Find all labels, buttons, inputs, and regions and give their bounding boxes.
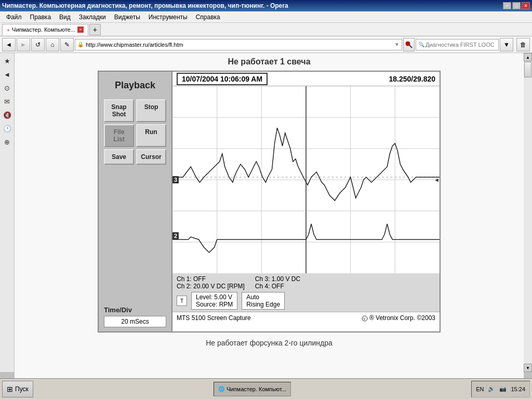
sidebar-btn-add[interactable]: ⊕ xyxy=(2,136,13,148)
brand-copyright: V ® Vetronix Corp. ©2003 xyxy=(362,314,435,322)
save-button[interactable]: Save xyxy=(104,149,134,165)
scrollbar[interactable]: ▲ ▼ xyxy=(524,53,532,372)
menu-view[interactable]: Вид xyxy=(55,12,75,22)
channel-info: Ch 1: OFF Ch 2: 20.00 V DC [RPM] Ch 3: 1… xyxy=(177,275,435,290)
control-panel: Playback Snap Shot Stop File List Run Sa… xyxy=(99,72,171,331)
menu-widgets[interactable]: Виджеты xyxy=(110,12,144,22)
oscilloscope-waveform xyxy=(172,86,440,273)
trigger-details: Level: 5.00 V Source: RPM xyxy=(191,292,237,310)
close-button[interactable]: × xyxy=(522,2,530,9)
file-list-button[interactable]: File List xyxy=(104,124,134,147)
time-div-label: Time/Div xyxy=(104,306,166,314)
ch3-info: Ch 3: 1.00 V DC Ch 4: OFF xyxy=(255,275,300,290)
trigger-source: Source: RPM xyxy=(196,301,233,308)
title-bar: Чипмастер. Компьютерная диагностика, рем… xyxy=(0,0,532,11)
tab-bar: ● Чипмастер. Компьюте... × + xyxy=(0,23,532,36)
svg-point-0 xyxy=(406,42,410,46)
page-title: Не работает 1 свеча xyxy=(15,57,524,66)
sidebar-btn-mute[interactable]: 🔇 xyxy=(2,109,13,121)
menu-help[interactable]: Справка xyxy=(192,12,224,22)
tray-volume-icon[interactable]: 🔊 xyxy=(488,385,495,392)
tab-close-button[interactable]: × xyxy=(77,26,84,33)
window-title: Чипмастер. Компьютерная диагностика, рем… xyxy=(2,2,288,9)
scope-inner: Playback Snap Shot Stop File List Run Sa… xyxy=(99,72,440,331)
nav-bar: ◄ ► ↺ ⌂ ✎ 🔒 ▼ 🔍 ▼ 🗑 xyxy=(0,36,532,53)
ch1-info: Ch 1: OFF Ch 2: 20.00 V DC [RPM] xyxy=(177,275,245,290)
scroll-down-button[interactable]: ▼ xyxy=(524,364,532,372)
sidebar-btn-radio[interactable]: ⊙ xyxy=(2,82,13,94)
time-div-section: Time/Div 20 mSecs xyxy=(104,306,166,327)
sidebar-btn-back[interactable]: ◄ xyxy=(2,69,13,80)
start-button[interactable]: ⊞ Пуск xyxy=(2,381,33,397)
taskbar-items: 🌐 Чипмастер. Компьют... xyxy=(214,382,291,396)
tray-lang: EN xyxy=(476,386,484,392)
status-bar: ⊞ Пуск 🌐 Чипмастер. Компьют... EN 🔊 📷 15… xyxy=(0,378,532,399)
time-div-value: 20 mSecs xyxy=(104,316,166,327)
bottom-text: Не работает форсунка 2-го цилиндра xyxy=(15,339,524,347)
scope-timestamp: 10/07/2004 10:06:09 AM xyxy=(177,73,268,85)
scroll-thumb[interactable] xyxy=(524,62,531,77)
trigger-level: Level: 5.00 V xyxy=(196,294,233,301)
svg-text:V: V xyxy=(363,317,366,321)
marker-2: 2 xyxy=(172,232,179,240)
forward-button[interactable]: ► xyxy=(17,38,30,51)
trigger-info: T Level: 5.00 V Source: RPM Auto Rising … xyxy=(177,292,435,310)
address-input[interactable] xyxy=(86,42,392,48)
sidebar-btn-mail[interactable]: ✉ xyxy=(2,96,13,107)
snap-shot-button[interactable]: Snap Shot xyxy=(104,99,134,122)
start-label: Пуск xyxy=(15,385,29,393)
menu-tools[interactable]: Инструменты xyxy=(144,12,192,22)
scope-header: 10/07/2004 10:06:09 AM 18.250/29.820 xyxy=(172,72,440,86)
scope-brand: MTS 5100 Screen Capture V ® Vetronix Cor… xyxy=(172,312,440,324)
cursor-button[interactable]: Cursor xyxy=(136,149,166,165)
sidebar-btn-star[interactable]: ★ xyxy=(2,55,13,66)
tray-camera-icon[interactable]: 📷 xyxy=(499,385,507,392)
system-tray: EN 🔊 📷 15:24 xyxy=(471,381,530,397)
scope-footer: Ch 1: OFF Ch 2: 20.00 V DC [RPM] Ch 3: 1… xyxy=(172,273,440,312)
scope-display: 10/07/2004 10:06:09 AM 18.250/29.820 3 ◄… xyxy=(171,72,440,331)
marker-arrow: ◄ xyxy=(434,177,440,183)
trash-button[interactable]: 🗑 xyxy=(516,38,530,51)
taskbar-item-label: Чипмастер. Компьют... xyxy=(227,386,286,392)
menu-edit[interactable]: Правка xyxy=(26,12,56,22)
scope-canvas-area: 3 ◄ 2 xyxy=(172,86,440,273)
menu-bar: Файл Правка Вид Закладки Виджеты Инструм… xyxy=(0,11,532,23)
search-bar[interactable]: 🔍 xyxy=(416,39,499,50)
button-grid: Snap Shot Stop File List Run Save Cursor xyxy=(104,99,166,165)
brand-name: MTS 5100 Screen Capture xyxy=(177,314,251,322)
window-controls: − □ × xyxy=(503,2,530,9)
scroll-up-button[interactable]: ▲ xyxy=(524,53,532,61)
maximize-button[interactable]: □ xyxy=(512,2,521,9)
playback-label: Playback xyxy=(115,80,155,91)
menu-file[interactable]: Файл xyxy=(2,12,26,22)
marker-3: 3 xyxy=(172,176,179,183)
edit-button[interactable]: ✎ xyxy=(60,38,74,51)
search-input[interactable] xyxy=(425,42,497,48)
back-button[interactable]: ◄ xyxy=(2,38,16,51)
stop-button[interactable]: Stop xyxy=(136,99,166,122)
run-button[interactable]: Run xyxy=(136,124,166,147)
reload-button[interactable]: ↺ xyxy=(31,38,45,51)
menu-bookmarks[interactable]: Закладки xyxy=(75,12,110,22)
scope-values: 18.250/29.820 xyxy=(389,75,435,83)
search-engine-btn[interactable] xyxy=(403,38,415,51)
content-area: Не работает 1 свеча Playback Snap Shot S… xyxy=(15,53,524,378)
home-button[interactable]: ⌂ xyxy=(46,38,59,51)
tab-chipmaster[interactable]: ● Чипмастер. Компьюте... × xyxy=(2,24,88,35)
address-bar[interactable]: 🔒 ▼ xyxy=(75,39,402,50)
system-time: 15:24 xyxy=(511,386,525,392)
trigger-mode: Auto Rising Edge xyxy=(242,292,285,310)
left-sidebar: ★ ◄ ⊙ ✉ 🔇 🕐 ⊕ xyxy=(0,53,15,372)
trigger-label: T xyxy=(177,296,187,306)
tab-label: Чипмастер. Компьюте... xyxy=(12,26,75,33)
svg-line-1 xyxy=(409,45,412,48)
sidebar-btn-clock[interactable]: 🕐 xyxy=(2,123,13,134)
nav-extra-button[interactable]: ▼ xyxy=(500,38,513,51)
taskbar-item-chipmaster[interactable]: 🌐 Чипмастер. Компьют... xyxy=(214,382,291,396)
new-tab-button[interactable]: + xyxy=(89,24,101,35)
minimize-button[interactable]: − xyxy=(503,2,511,9)
scroll-track xyxy=(524,61,532,364)
oscilloscope-container: Playback Snap Shot Stop File List Run Sa… xyxy=(98,71,441,332)
